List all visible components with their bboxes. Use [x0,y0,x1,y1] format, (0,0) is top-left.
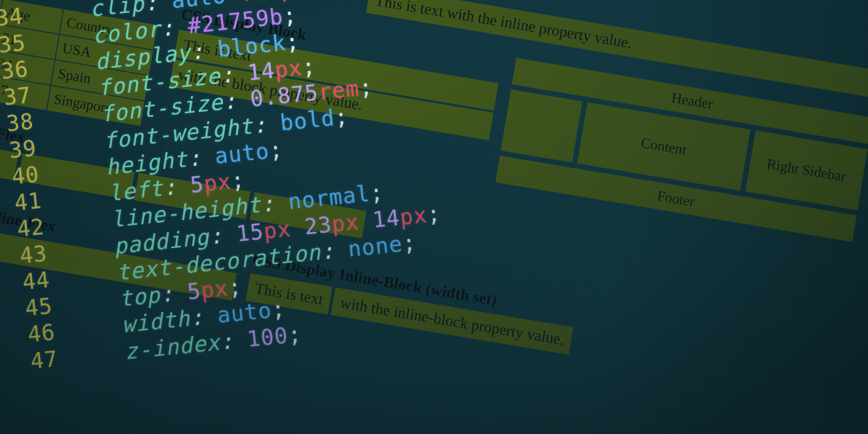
grid-right: Right Sidebar [745,130,867,210]
